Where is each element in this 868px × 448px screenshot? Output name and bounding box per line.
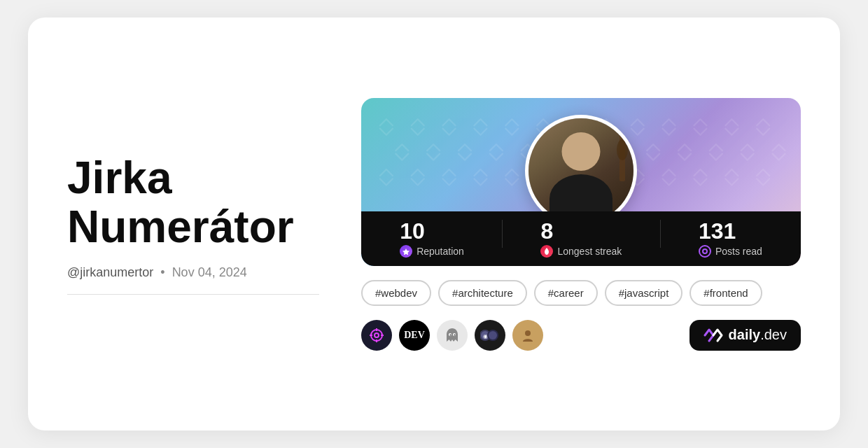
tag-architecture[interactable]: #architecture: [438, 280, 527, 306]
stat-reputation: 10 Reputation: [400, 220, 464, 258]
daily-logo-text: daily.dev: [729, 327, 787, 343]
tags-section: #webdev #architecture #career #javascrip…: [361, 280, 801, 306]
user-meta: @jirkanumertor • Nov 04, 2024: [67, 265, 319, 280]
user-name: Jirka Numerátor: [67, 153, 319, 252]
posts-read-icon: [699, 245, 711, 258]
left-section: Jirka Numerátor @jirkanumertor • Nov 04,…: [67, 153, 319, 295]
tag-javascript[interactable]: #javascript: [605, 280, 683, 306]
daily-logo-icon: [704, 327, 723, 344]
reputation-icon: [400, 245, 412, 258]
stat-divider-2: [660, 220, 661, 248]
posts-read-label: Posts read: [699, 245, 762, 258]
badge-faces: ◉◉: [475, 320, 505, 351]
svg-marker-0: [402, 248, 410, 255]
badges-row: DEV ◉◉: [361, 320, 543, 351]
profile-card: Jirka Numerátor @jirkanumertor • Nov 04,…: [28, 18, 840, 430]
svg-point-17: [525, 330, 531, 336]
bottom-row: DEV ◉◉: [361, 320, 801, 351]
avatar: [525, 115, 637, 227]
badge-crosshair: [361, 320, 392, 351]
join-date: Nov 04, 2024: [172, 265, 247, 279]
badge-dev: DEV: [399, 320, 430, 351]
tag-career[interactable]: #career: [534, 280, 598, 306]
streak-label: Longest streak: [540, 245, 622, 258]
profile-banner: 10 Reputation 8: [361, 98, 801, 266]
svg-point-9: [450, 334, 451, 335]
svg-point-2: [374, 333, 379, 337]
tag-webdev[interactable]: #webdev: [361, 280, 431, 306]
avatar-image: [528, 118, 634, 223]
right-section: 10 Reputation 8: [361, 98, 801, 351]
stats-bar: 10 Reputation 8: [361, 211, 801, 266]
reputation-value: 10: [400, 220, 425, 242]
svg-point-1: [371, 330, 382, 341]
daily-dev-logo: daily.dev: [690, 320, 801, 351]
svg-point-15: [489, 331, 497, 340]
svg-point-10: [454, 334, 456, 335]
posts-read-value: 131: [699, 220, 736, 242]
stat-posts-read: 131 Posts read: [699, 220, 762, 258]
reputation-label: Reputation: [400, 245, 464, 258]
stat-streak: 8 Longest streak: [540, 220, 622, 258]
divider: [67, 294, 319, 295]
badge-person: [512, 320, 543, 351]
streak-icon: [540, 245, 553, 258]
tag-frontend[interactable]: #frontend: [690, 280, 762, 306]
badge-ghost: [437, 320, 468, 351]
avatar-wrapper: [525, 115, 637, 227]
streak-value: 8: [540, 220, 553, 242]
username: @jirkanumertor: [67, 265, 153, 279]
stat-divider-1: [502, 220, 503, 248]
